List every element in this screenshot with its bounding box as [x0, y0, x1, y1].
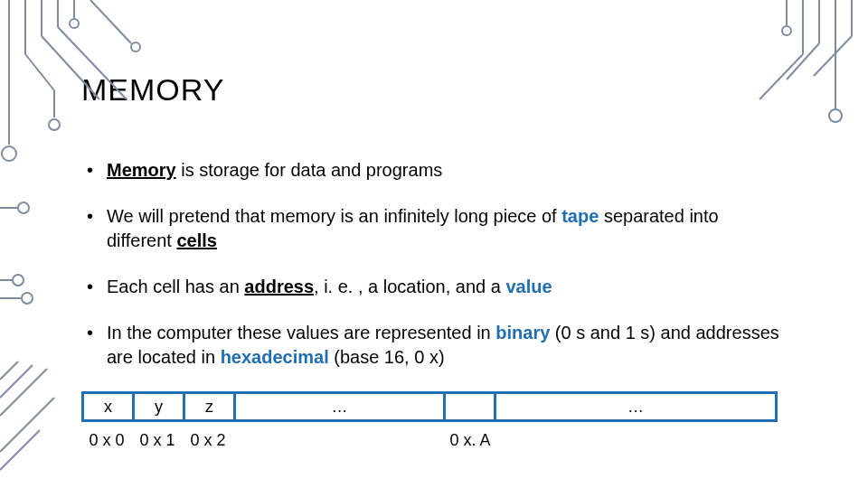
- kw-hexadecimal: hexadecimal: [221, 347, 329, 367]
- tape-cell: …: [496, 394, 775, 419]
- text: , i. e. , a location, and a: [314, 277, 505, 296]
- address-label: 0 x 1: [139, 431, 175, 450]
- tape-cell: y: [135, 394, 185, 419]
- bullet-4: In the computer these values are represe…: [81, 321, 787, 370]
- slide-title: MEMORY: [81, 72, 787, 108]
- svg-point-5: [49, 119, 60, 130]
- bullet-1: Memory is storage for data and programs: [81, 158, 787, 183]
- address-label: 0 x 0: [89, 431, 124, 450]
- text: In the computer these values are represe…: [107, 323, 495, 343]
- text: (base 16, 0 x): [329, 347, 445, 367]
- kw-binary: binary: [495, 323, 550, 343]
- tape-cell: x: [84, 394, 135, 419]
- address-label: 0 x. A: [449, 431, 490, 450]
- svg-point-21: [782, 26, 791, 35]
- kw-value: value: [505, 277, 552, 296]
- bullet-3: Each cell has an address, i. e. , a loca…: [81, 275, 787, 299]
- tape-cell: [446, 394, 496, 419]
- bullet-2: We will pretend that memory is an infini…: [81, 204, 787, 253]
- address-label: 0 x 2: [190, 431, 225, 450]
- tape-diagram: x y z … … 0 x 0 0 x 1 0 x 2 0 x. A: [81, 391, 787, 451]
- kw-address: address: [244, 277, 314, 296]
- svg-line-12: [90, 0, 131, 43]
- slide: MEMORY Memory is storage for data and pr…: [0, 0, 868, 488]
- tape-cell: …: [236, 394, 446, 419]
- svg-line-32: [0, 369, 47, 416]
- svg-point-13: [131, 42, 140, 52]
- svg-line-34: [0, 430, 40, 470]
- text: Each cell has an: [107, 277, 244, 296]
- kw-cells: cells: [176, 230, 216, 250]
- tape-addresses: 0 x 0 0 x 1 0 x 2 0 x. A: [81, 431, 778, 451]
- svg-line-31: [0, 365, 33, 398]
- text: is storage for data and programs: [176, 160, 443, 180]
- kw-tape: tape: [561, 206, 599, 226]
- svg-line-33: [0, 398, 54, 452]
- svg-line-30: [0, 361, 18, 380]
- svg-point-1: [2, 146, 16, 161]
- svg-line-3: [25, 54, 54, 90]
- svg-line-25: [787, 43, 819, 80]
- tape-row: x y z … …: [81, 391, 778, 422]
- svg-point-27: [829, 109, 842, 122]
- svg-point-15: [18, 202, 29, 213]
- kw-memory: Memory: [107, 160, 176, 180]
- svg-point-19: [22, 293, 33, 304]
- bullet-list: Memory is storage for data and programs …: [81, 158, 787, 370]
- tape-cell: z: [185, 394, 236, 419]
- svg-point-17: [13, 275, 24, 286]
- svg-point-11: [70, 19, 79, 28]
- svg-line-29: [814, 36, 852, 76]
- text: We will pretend that memory is an infini…: [107, 206, 561, 226]
